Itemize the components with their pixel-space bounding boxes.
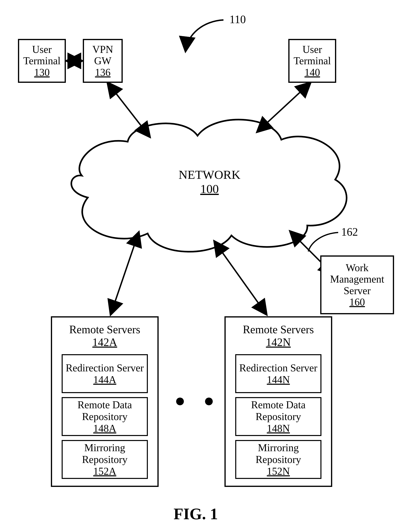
wms-callout-arrow bbox=[308, 232, 338, 251]
rdr-left-label: Remote Data Repository bbox=[63, 399, 147, 422]
rdr-left-ref: 148A bbox=[93, 422, 116, 434]
vpn-label2: GW bbox=[94, 55, 112, 66]
user-terminal-130: User Terminal 130 bbox=[18, 39, 66, 83]
wms-line3: Server bbox=[344, 285, 371, 296]
wms-callout-label: 162 bbox=[341, 226, 358, 238]
network-title: NETWORK bbox=[174, 168, 245, 182]
servers-right-header: Remote Servers 142N bbox=[243, 323, 314, 349]
redir-left-label: Redirection Server bbox=[66, 362, 144, 374]
redirection-server-left: Redirection Server 144A bbox=[62, 354, 148, 393]
user-terminal-140: User Terminal 140 bbox=[288, 39, 336, 83]
system-ref-arrow bbox=[186, 20, 223, 51]
servers-left-ref: 142A bbox=[69, 336, 140, 349]
mirror-left-ref: 152A bbox=[93, 465, 116, 477]
system-ref-label: 110 bbox=[229, 13, 246, 26]
servers-right-title: Remote Servers bbox=[243, 323, 314, 336]
mirroring-repo-right: Mirroring Repository 152N bbox=[235, 440, 322, 479]
mirror-left-label: Mirroring Repository bbox=[63, 442, 147, 465]
servers-right-ref: 142N bbox=[243, 336, 314, 349]
remote-servers-left: Remote Servers 142A Redirection Server 1… bbox=[51, 316, 159, 487]
network-ref: 100 bbox=[174, 182, 245, 196]
remote-data-repo-right: Remote Data Repository 148N bbox=[235, 397, 322, 436]
rdr-right-ref: 148N bbox=[267, 422, 290, 434]
mirroring-repo-left: Mirroring Repository 152A bbox=[62, 440, 148, 479]
diagram-stage: 110 User Terminal 130 VPN GW 136 User Te… bbox=[0, 0, 417, 532]
ut130-label: User Terminal bbox=[19, 44, 65, 66]
redirection-server-right: Redirection Server 144N bbox=[235, 354, 322, 393]
arrow-cloud-servers-right bbox=[215, 241, 266, 314]
rdr-right-label: Remote Data Repository bbox=[236, 399, 321, 422]
vpn-label1: VPN bbox=[92, 44, 113, 55]
remote-data-repo-left: Remote Data Repository 148A bbox=[62, 397, 148, 436]
mirror-right-ref: 152N bbox=[267, 465, 290, 477]
arrow-vpngw-cloud bbox=[108, 83, 150, 137]
mirror-right-label: Mirroring Repository bbox=[236, 442, 321, 465]
wms-line2: Management bbox=[330, 273, 384, 285]
redir-right-label: Redirection Server bbox=[239, 362, 317, 374]
figure-label: FIG. 1 bbox=[174, 505, 218, 523]
ut140-ref: 140 bbox=[304, 67, 320, 78]
wms-line1: Work bbox=[346, 262, 368, 273]
arrow-ut140-cloud bbox=[257, 83, 310, 132]
ut130-ref: 130 bbox=[34, 67, 50, 78]
arrow-cloud-servers-left bbox=[111, 232, 139, 314]
servers-left-title: Remote Servers bbox=[69, 323, 140, 336]
vpn-ref: 136 bbox=[95, 67, 111, 78]
redir-right-ref: 144N bbox=[267, 374, 290, 386]
network-label: NETWORK 100 bbox=[174, 168, 245, 196]
vpn-gw-136: VPN GW 136 bbox=[83, 39, 123, 83]
wms-ref: 160 bbox=[349, 296, 365, 308]
servers-left-header: Remote Servers 142A bbox=[69, 323, 140, 349]
work-mgmt-server: Work Management Server 160 bbox=[320, 255, 394, 314]
redir-left-ref: 144A bbox=[93, 374, 116, 386]
ut140-label: User Terminal bbox=[290, 44, 335, 66]
remote-servers-right: Remote Servers 142N Redirection Server 1… bbox=[224, 316, 332, 487]
